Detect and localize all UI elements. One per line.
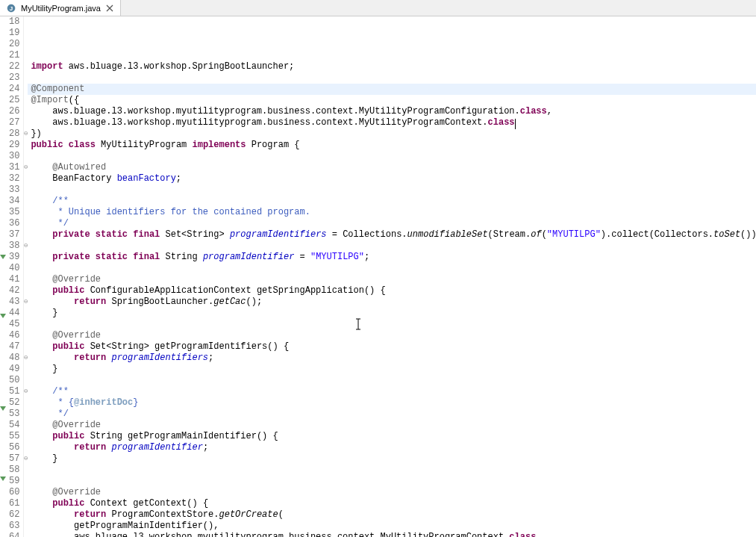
gutter-marker (0, 196, 6, 207)
line-number: 43 (9, 297, 17, 308)
gutter-marker (0, 16, 6, 28)
code-line[interactable]: @Override (31, 330, 756, 341)
code-line[interactable]: @Override (31, 420, 756, 431)
line-number: 50 (9, 375, 17, 386)
line-number: 37 (9, 229, 17, 240)
gutter-marker (0, 440, 6, 451)
code-line[interactable]: import aws.bluage.l3.workshop.SpringBoot… (31, 61, 756, 72)
line-number: 23 (9, 72, 17, 84)
gutter-marker (0, 358, 6, 370)
close-icon[interactable] (105, 4, 114, 13)
gutter-marker (0, 462, 6, 474)
line-number: 40 (9, 263, 17, 274)
gutter-marker (0, 533, 6, 537)
gutter-marker (0, 128, 6, 140)
line-number: 47 (9, 341, 17, 353)
code-line[interactable]: */ (31, 409, 756, 420)
code-line[interactable]: @Import({ (31, 95, 756, 106)
code-line[interactable] (31, 151, 756, 162)
line-number: 61 (9, 498, 17, 509)
line-number: 48 (9, 353, 17, 364)
code-line[interactable]: getProgramMainIdentifier(), (31, 521, 756, 532)
code-line[interactable] (31, 465, 756, 476)
gutter-marker (0, 488, 6, 499)
tab-filename: MyUtilityProgram.java (21, 4, 101, 13)
code-line[interactable]: * Unique identifiers for the contained p… (31, 207, 756, 218)
code-line[interactable]: @Autowired (31, 162, 756, 173)
gutter-marker (0, 325, 6, 336)
code-line[interactable]: return programIdentifier; (31, 442, 756, 453)
code-line[interactable]: } (31, 364, 756, 375)
gutter-marker (0, 50, 6, 61)
gutter-marker (0, 510, 6, 521)
line-number: 55 (9, 431, 17, 442)
code-line[interactable] (31, 240, 756, 252)
gutter-marker (0, 336, 6, 347)
line-number: 24 (9, 84, 17, 95)
line-number: 46 (9, 330, 17, 341)
gutter-marker (0, 521, 6, 533)
line-number: 64 (9, 532, 17, 537)
gutter-marker (0, 151, 6, 162)
editor-tab-active[interactable]: J MyUtilityProgram.java (0, 0, 121, 16)
code-line[interactable]: }) (31, 128, 756, 140)
line-number: 26 (9, 106, 17, 117)
code-line[interactable]: public Set<String> getProgramIdentifiers… (31, 341, 756, 353)
code-editor[interactable]: 1819202122232425262728293031323334353637… (0, 16, 756, 537)
line-number: 27 (9, 117, 17, 128)
code-line[interactable] (31, 375, 756, 386)
code-line[interactable]: * {@inheritDoc} (31, 397, 756, 409)
code-line[interactable] (31, 263, 756, 274)
code-line[interactable]: private static final Set<String> program… (31, 229, 756, 240)
code-line[interactable]: return SpringBootLauncher.getCac(); (31, 297, 756, 308)
line-number: 63 (9, 521, 17, 532)
code-line[interactable]: return ProgramContextStore.getOrCreate( (31, 509, 756, 521)
code-line[interactable]: public String getProgramMainIdentifier()… (31, 431, 756, 442)
code-line[interactable]: aws.bluage.l3.workshop.myutilityprogram.… (31, 117, 756, 128)
code-area[interactable]: import aws.bluage.l3.workshop.SpringBoot… (28, 16, 756, 537)
code-line[interactable]: return programIdentifiers; (31, 353, 756, 364)
code-line[interactable] (31, 319, 756, 330)
line-number: 53 (9, 409, 17, 420)
code-line[interactable] (31, 476, 756, 487)
line-number: 28 (9, 128, 17, 140)
code-line[interactable]: */ (31, 218, 756, 229)
gutter-marker (0, 392, 6, 403)
gutter-marker (0, 117, 6, 128)
gutter-marker (0, 370, 6, 381)
line-number: 56 (9, 442, 17, 453)
code-line[interactable]: public Context getContext() { (31, 498, 756, 509)
line-number: 54 (9, 420, 17, 431)
code-line[interactable]: @Override (31, 274, 756, 285)
code-line[interactable] (31, 72, 756, 84)
gutter-marker (0, 140, 6, 151)
code-line[interactable]: public ConfigurableApplicationContext ge… (31, 285, 756, 297)
code-line[interactable]: } (31, 308, 756, 319)
code-line[interactable]: aws.bluage.l3.workshop.myutilityprogram.… (31, 106, 756, 117)
gutter-marker (0, 218, 6, 229)
gutter-marker (0, 39, 6, 50)
gutter-marker (0, 173, 6, 184)
code-line[interactable]: @Component (31, 84, 756, 95)
line-number: 38 (9, 240, 17, 252)
code-line[interactable]: aws.bluage.l3.workshop.myutilityprogram.… (31, 532, 756, 537)
line-number: 29 (9, 140, 17, 151)
code-line[interactable]: /** (31, 386, 756, 397)
gutter-marker (0, 451, 6, 462)
code-line[interactable] (31, 184, 756, 196)
gutter-marker (0, 72, 6, 84)
gutter-marker (0, 95, 6, 106)
code-line[interactable]: public class MyUtilityProgram implements… (31, 140, 756, 151)
line-number: 31 (9, 162, 17, 173)
code-line[interactable]: /** (31, 196, 756, 207)
code-line[interactable]: @Override (31, 487, 756, 498)
gutter-marker (0, 381, 6, 392)
code-line[interactable] (31, 50, 756, 61)
gutter-marker (0, 288, 6, 299)
code-line[interactable]: private static final String programIdent… (31, 252, 756, 263)
code-line[interactable]: } (31, 453, 756, 465)
gutter-marker (0, 314, 6, 325)
gutter-marker (0, 347, 6, 358)
gutter-marker (0, 299, 6, 311)
code-line[interactable]: BeanFactory beanFactory; (31, 173, 756, 184)
